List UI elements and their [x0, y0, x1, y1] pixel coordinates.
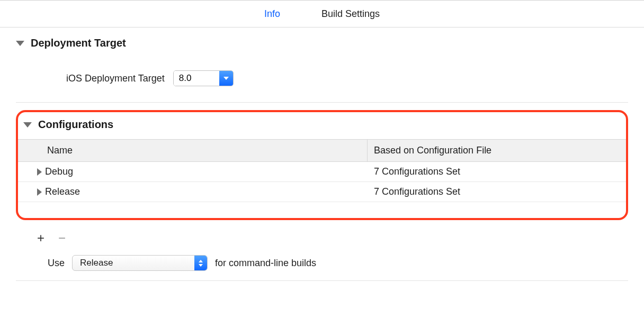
section-title: Configurations	[38, 119, 113, 131]
label-use: Use	[48, 258, 65, 269]
use-configuration-popup[interactable]: Release	[72, 255, 208, 271]
table-row[interactable]: Debug 7 Configurations Set	[18, 162, 626, 182]
combo-dropdown-button[interactable]	[219, 71, 233, 86]
selected-configuration: Release	[73, 256, 194, 270]
add-configuration-button[interactable]: +	[37, 231, 44, 246]
chevron-right-icon[interactable]	[37, 188, 42, 196]
section-header-deployment[interactable]: Deployment Target	[16, 37, 628, 49]
table-row[interactable]: Release 7 Configurations Set	[18, 182, 626, 202]
add-remove-bar: + −	[16, 220, 628, 246]
chevron-down-icon	[23, 122, 32, 128]
deployment-target-combo[interactable]	[173, 70, 234, 86]
configurations-table: Name Based on Configuration File Debug 7…	[18, 139, 626, 202]
tab-build-settings[interactable]: Build Settings	[319, 5, 382, 23]
chevron-right-icon[interactable]	[37, 168, 42, 176]
label-ios-deployment-target: iOS Deployment Target	[66, 73, 165, 84]
config-file: 7 Configurations Set	[368, 182, 626, 202]
tab-info[interactable]: Info	[262, 5, 282, 23]
project-tabbar: Info Build Settings	[0, 0, 644, 28]
chevron-up-icon	[199, 260, 203, 262]
table-header: Name Based on Configuration File	[18, 139, 626, 162]
chevron-down-icon	[16, 41, 24, 46]
col-header-name[interactable]: Name	[18, 140, 368, 161]
configurations-highlight: Configurations Name Based on Configurati…	[16, 110, 628, 220]
config-name: Debug	[45, 166, 73, 177]
config-file: 7 Configurations Set	[368, 162, 626, 181]
chevron-down-icon	[223, 77, 229, 80]
col-header-file[interactable]: Based on Configuration File	[368, 140, 626, 161]
popup-stepper[interactable]	[194, 256, 207, 270]
deployment-target-section: Deployment Target iOS Deployment Target …	[0, 28, 644, 281]
label-for-cli: for command-line builds	[215, 258, 316, 269]
use-for-cli-row: Use Release for command-line builds	[16, 246, 628, 281]
chevron-down-icon	[199, 264, 203, 267]
remove-configuration-button[interactable]: −	[58, 231, 66, 246]
section-title: Deployment Target	[31, 37, 126, 49]
deployment-target-input[interactable]	[174, 71, 219, 86]
section-header-configurations[interactable]: Configurations	[18, 119, 626, 131]
config-name: Release	[45, 186, 80, 197]
deployment-target-row: iOS Deployment Target	[16, 54, 628, 103]
